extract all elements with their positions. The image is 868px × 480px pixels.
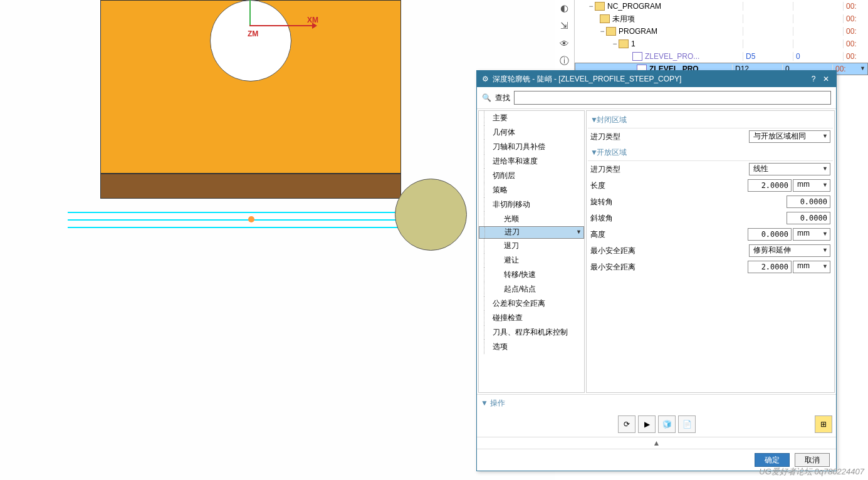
input-length[interactable] bbox=[748, 179, 792, 192]
chevron-down-icon: ▼ bbox=[481, 399, 488, 407]
select-engage-open[interactable]: 线性 bbox=[749, 163, 830, 175]
info-icon[interactable]: ⓘ bbox=[557, 54, 571, 68]
viewport[interactable]: XM ZM bbox=[0, 0, 555, 480]
tree-op1[interactable]: ZLEVEL_PRO... bbox=[645, 52, 699, 61]
label-height: 高度 bbox=[590, 229, 748, 240]
replay-button[interactable]: ▶ bbox=[638, 415, 656, 433]
nav-main[interactable]: 主要 bbox=[479, 111, 584, 125]
nav-cut-layer[interactable]: 切削层 bbox=[479, 169, 584, 183]
folder-icon bbox=[595, 2, 605, 11]
axis-xm-label: XM bbox=[307, 16, 318, 24]
chevron-down-icon: ▼ bbox=[590, 148, 597, 157]
toolpath-point bbox=[248, 216, 254, 222]
axis-y bbox=[249, 0, 251, 26]
search-label: 查找 bbox=[495, 93, 510, 103]
dialog-titlebar[interactable]: ⚙ 深度轮廓铣 - 陡峭 - [ZLEVEL_PROFILE_STEEP_COP… bbox=[477, 71, 836, 87]
tree-program[interactable]: PROGRAM bbox=[619, 27, 657, 36]
axis-zm-label: ZM bbox=[248, 29, 258, 38]
chevron-down-icon: ▼ bbox=[590, 115, 597, 124]
input-ramp[interactable] bbox=[787, 212, 830, 224]
select-minsafe2-unit[interactable]: mm bbox=[793, 261, 830, 273]
axis-x bbox=[249, 25, 315, 26]
tree-collapse-icon[interactable]: − bbox=[587, 2, 595, 11]
view-iconbar: ◐ ⇲ 👁 ⓘ bbox=[554, 0, 574, 69]
nav-tool-comp[interactable]: 刀轴和刀具补偿 bbox=[479, 140, 584, 154]
nav-engage[interactable]: 进刀 bbox=[479, 226, 584, 239]
nav-smooth[interactable]: 光顺 bbox=[479, 212, 584, 226]
nav-tree[interactable]: 主要 几何体 刀轴和刀具补偿 进给率和速度 切削层 策略 非切削移动 光顺 进刀… bbox=[478, 110, 585, 393]
dialog-title: 深度轮廓铣 - 陡峭 - [ZLEVEL_PROFILE_STEEP_COPY] bbox=[493, 74, 681, 85]
section-open[interactable]: ▼开放区域 bbox=[588, 145, 833, 161]
folder-icon bbox=[619, 39, 629, 48]
select-height-unit[interactable]: mm bbox=[793, 228, 830, 241]
select-engage-closed[interactable]: 与开放区域相同 bbox=[749, 130, 830, 143]
ok-button[interactable]: 确定 bbox=[755, 453, 790, 467]
binoculars-icon: 🔍 bbox=[482, 93, 491, 102]
cancel-button[interactable]: 取消 bbox=[795, 453, 830, 467]
dimension-icon[interactable]: ⇲ bbox=[557, 19, 571, 33]
label-length: 长度 bbox=[590, 180, 748, 191]
label-minsafe2: 最小安全距离 bbox=[590, 262, 748, 273]
gear-icon: ⚙ bbox=[482, 75, 489, 83]
input-rotate[interactable] bbox=[787, 196, 830, 208]
hole bbox=[210, 0, 291, 81]
search-input[interactable] bbox=[514, 91, 831, 105]
select-length-unit[interactable]: mm bbox=[793, 179, 830, 192]
tree-unused[interactable]: 未用项 bbox=[612, 14, 635, 24]
folder-icon bbox=[606, 27, 616, 36]
nav-tol-safe[interactable]: 公差和安全距离 bbox=[479, 296, 584, 311]
select-minsafe[interactable]: 修剪和延伸 bbox=[749, 244, 830, 257]
operation-dialog: ⚙ 深度轮廓铣 - 陡峭 - [ZLEVEL_PROFILE_STEEP_COP… bbox=[476, 70, 837, 471]
nav-strategy[interactable]: 策略 bbox=[479, 183, 584, 197]
show-result-button[interactable]: ⊞ bbox=[815, 415, 832, 433]
contrast-icon[interactable]: ◐ bbox=[557, 1, 571, 15]
folder-icon bbox=[600, 14, 610, 23]
label-rotate: 旋转角 bbox=[590, 197, 787, 207]
label-engage-type: 进刀类型 bbox=[590, 132, 749, 142]
tool-sphere bbox=[395, 179, 467, 251]
label-engage-type-open: 进刀类型 bbox=[590, 164, 749, 175]
nav-options[interactable]: 选项 bbox=[479, 340, 584, 354]
property-panel: ▼封闭区域 进刀类型 与开放区域相同 ▼开放区域 进刀类型 线性 长度 mm 旋… bbox=[586, 110, 835, 393]
nav-avoid[interactable]: 避让 bbox=[479, 253, 584, 268]
toolpath-line bbox=[68, 212, 400, 213]
operation-icon bbox=[632, 52, 642, 61]
nav-machine[interactable]: 刀具、程序和机床控制 bbox=[479, 325, 584, 340]
nav-geometry[interactable]: 几何体 bbox=[479, 125, 584, 140]
input-minsafe2[interactable] bbox=[748, 261, 792, 273]
toolpath-line bbox=[68, 227, 400, 228]
input-height[interactable] bbox=[748, 228, 792, 241]
tree-collapse-icon[interactable]: − bbox=[611, 39, 619, 48]
list-button[interactable]: 📄 bbox=[678, 415, 696, 433]
nav-noncut[interactable]: 非切削移动 bbox=[479, 197, 584, 212]
verify-button[interactable]: 🧊 bbox=[658, 415, 676, 433]
nav-feed-speed[interactable]: 进给率和速度 bbox=[479, 154, 584, 169]
tree-collapse-icon[interactable]: − bbox=[599, 27, 606, 36]
section-closed[interactable]: ▼封闭区域 bbox=[588, 112, 833, 128]
nav-transfer[interactable]: 转移/快速 bbox=[479, 268, 584, 282]
nav-startpt[interactable]: 起点/钻点 bbox=[479, 282, 584, 296]
toolpath-line bbox=[68, 219, 400, 221]
section-ops[interactable]: ▼ 操作 bbox=[477, 394, 836, 412]
operation-tree[interactable]: − NC_PROGRAM 00: 未用项 00: − PROGRAM 00: −… bbox=[574, 0, 868, 70]
collapse-up-icon[interactable]: ▲ bbox=[477, 437, 836, 449]
tree-root[interactable]: NC_PROGRAM bbox=[607, 2, 661, 11]
label-ramp: 斜坡角 bbox=[590, 213, 787, 224]
eye-icon[interactable]: 👁 bbox=[557, 36, 571, 50]
tree-group-1[interactable]: 1 bbox=[631, 39, 635, 48]
help-button[interactable]: ? bbox=[808, 75, 818, 83]
nav-retract[interactable]: 退刀 bbox=[479, 239, 584, 253]
nav-collision[interactable]: 碰撞检查 bbox=[479, 311, 584, 325]
label-minsafe: 最小安全距离 bbox=[590, 246, 749, 256]
close-button[interactable]: ✕ bbox=[821, 75, 831, 83]
part-base bbox=[100, 174, 401, 199]
generate-button[interactable]: ⟳ bbox=[618, 415, 635, 433]
